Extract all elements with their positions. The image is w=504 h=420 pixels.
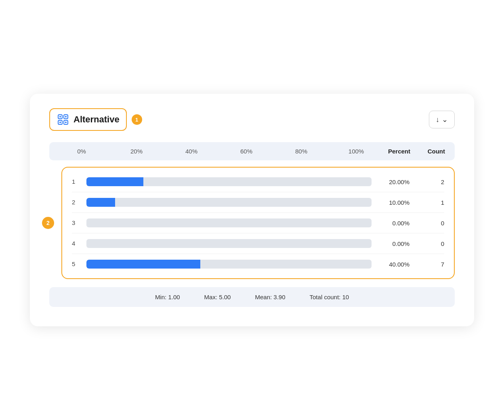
data-wrapper: 2 1 20.00% 2 2 10.00% 1 [49, 167, 455, 279]
svg-point-4 [59, 116, 61, 118]
bar-track-3 [86, 239, 372, 248]
row-count-3: 0 [416, 240, 444, 247]
row-count-2: 0 [416, 220, 444, 227]
row-percent-2: 0.00% [372, 220, 416, 227]
stat-total: Total count: 10 [310, 294, 349, 300]
table-row: 5 40.00% 7 [72, 254, 444, 274]
axis-label-2: 40% [183, 148, 200, 155]
row-count-4: 7 [416, 261, 444, 268]
bar-fill-1 [86, 198, 115, 207]
row-label-0: 1 [72, 178, 75, 185]
svg-point-6 [59, 122, 61, 123]
bar-col-4 [86, 260, 372, 269]
section-badge-2: 2 [42, 217, 54, 229]
stat-mean: Mean: 3.90 [255, 294, 285, 300]
row-label-2: 3 [72, 219, 75, 226]
table-row: 1 20.00% 2 [72, 172, 444, 192]
grid-icon [57, 113, 69, 126]
axis-label-1: 20% [128, 148, 145, 155]
table-row: 4 0.00% 0 [72, 233, 444, 254]
bar-col-2 [86, 218, 372, 227]
row-label-3: 4 [72, 240, 75, 247]
stat-min: Min: 1.00 [155, 294, 180, 300]
bar-axis: 0%20%40%60%80%100% [74, 148, 372, 155]
bar-track-4 [86, 260, 372, 269]
chevron-down-icon: ⌄ [442, 115, 448, 124]
count-column-header: Count [417, 148, 445, 155]
title-group: Alternative 1 [49, 108, 142, 131]
row-percent-4: 40.00% [372, 261, 416, 268]
header: Alternative 1 ↓ ⌄ [49, 108, 455, 131]
row-label-4: 5 [72, 260, 75, 267]
svg-point-7 [65, 122, 67, 123]
title-text: Alternative [74, 114, 120, 125]
data-box: 1 20.00% 2 2 10.00% 1 3 [61, 167, 455, 279]
svg-point-5 [65, 116, 67, 118]
main-card: Alternative 1 ↓ ⌄ 0%20%40%60%80%100% Per… [30, 94, 474, 326]
bar-track-0 [86, 177, 372, 186]
axis-label-4: 80% [293, 148, 309, 155]
row-percent-0: 20.00% [372, 178, 416, 185]
row-label-1: 2 [72, 199, 75, 206]
axis-label-3: 60% [238, 148, 254, 155]
row-percent-1: 10.00% [372, 199, 416, 206]
bar-col-3 [86, 239, 372, 248]
bar-track-1 [86, 198, 372, 207]
download-icon: ↓ [436, 116, 439, 124]
footer-stats: Min: 1.00 Max: 5.00 Mean: 3.90 Total cou… [49, 287, 455, 307]
header-badge: 1 [132, 114, 142, 125]
bar-col-0 [86, 177, 372, 186]
percent-column-header: Percent [372, 148, 417, 155]
stat-max: Max: 5.00 [204, 294, 231, 300]
bar-col-1 [86, 198, 372, 207]
table-row: 3 0.00% 0 [72, 213, 444, 233]
axis-label-5: 100% [348, 148, 364, 155]
axis-label-0: 0% [74, 148, 90, 155]
bar-track-2 [86, 218, 372, 227]
download-button[interactable]: ↓ ⌄ [429, 111, 455, 128]
title-badge: Alternative [49, 108, 127, 131]
bar-fill-4 [86, 260, 200, 269]
bar-fill-0 [86, 177, 143, 186]
row-count-0: 2 [416, 178, 444, 185]
row-count-1: 1 [416, 199, 444, 206]
row-percent-3: 0.00% [372, 240, 416, 247]
column-headers: 0%20%40%60%80%100% Percent Count [49, 142, 455, 160]
table-row: 2 10.00% 1 [72, 192, 444, 213]
